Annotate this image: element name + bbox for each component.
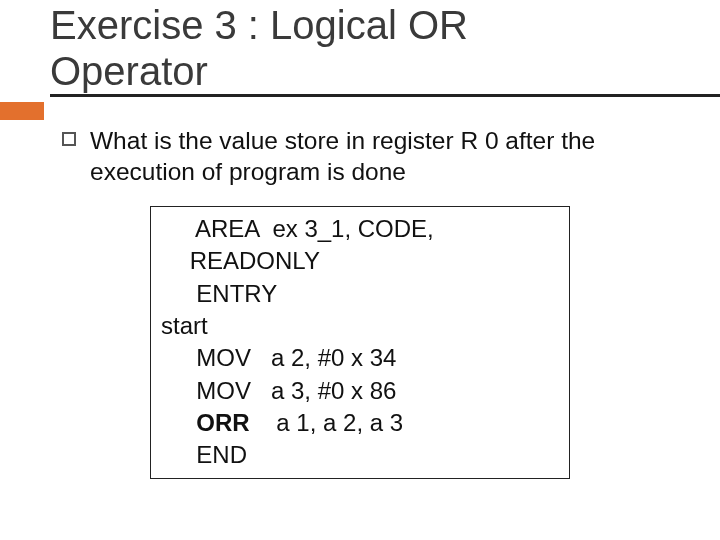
code-line: MOV a 2, #0 x 34 xyxy=(161,342,559,374)
accent-bar xyxy=(0,102,44,120)
question-text: What is the value store in register R 0 … xyxy=(90,125,670,188)
code-line: MOV a 3, #0 x 86 xyxy=(161,375,559,407)
square-bullet-icon xyxy=(62,132,76,146)
bullet-row: What is the value store in register R 0 … xyxy=(62,125,670,188)
code-opcode: ORR xyxy=(183,409,250,436)
code-line: AREA ex 3_1, CODE, xyxy=(161,213,559,245)
code-line: ENTRY xyxy=(161,278,559,310)
slide-title-block: Exercise 3 : Logical OR Operator xyxy=(0,2,720,97)
slide-body: What is the value store in register R 0 … xyxy=(0,97,720,479)
code-line: END xyxy=(161,439,559,471)
slide-title: Exercise 3 : Logical OR Operator xyxy=(50,2,720,97)
code-line: ORR a 1, a 2, a 3 xyxy=(161,407,559,439)
code-line: READONLY xyxy=(161,245,559,277)
code-box: AREA ex 3_1, CODE, READONLY ENTRY start … xyxy=(150,206,570,479)
code-line: start xyxy=(161,310,559,342)
code-args: a 1, a 2, a 3 xyxy=(250,409,403,436)
